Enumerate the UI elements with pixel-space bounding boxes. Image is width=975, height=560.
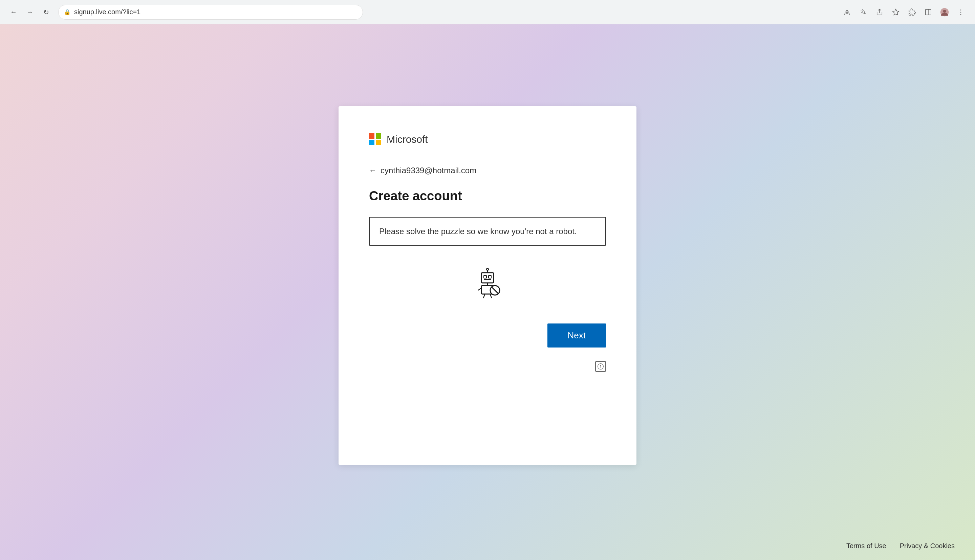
url-text: signup.live.com/?lic=1 — [74, 8, 357, 16]
robot-icon-area — [369, 266, 606, 300]
svg-point-9 — [960, 12, 962, 13]
ms-logo-green — [376, 133, 381, 139]
svg-point-10 — [960, 14, 962, 15]
svg-marker-3 — [893, 9, 899, 15]
svg-rect-11 — [481, 273, 494, 283]
lock-icon: 🔒 — [64, 9, 71, 15]
ms-logo-blue — [369, 140, 374, 145]
svg-point-1 — [847, 12, 847, 12]
signup-card: Microsoft ← cynthia9339@hotmail.com Crea… — [339, 106, 636, 465]
robot-blocked-icon — [471, 266, 504, 300]
back-email-text: cynthia9339@hotmail.com — [381, 166, 476, 175]
address-bar[interactable]: 🔒 signup.live.com/?lic=1 — [58, 5, 363, 20]
browser-chrome: ← → ↻ 🔒 signup.live.com/?lic=1 — [0, 0, 975, 24]
puzzle-description-text: Please solve the puzzle so we know you'r… — [379, 227, 577, 236]
menu-icon[interactable] — [953, 5, 968, 20]
svg-line-21 — [483, 294, 485, 298]
nav-buttons: ← → ↻ — [7, 5, 53, 19]
privacy-link[interactable]: Privacy & Cookies — [900, 542, 955, 550]
split-view-icon[interactable] — [921, 5, 936, 20]
ms-logo-yellow — [376, 140, 381, 145]
svg-point-16 — [486, 268, 489, 270]
page-title: Create account — [369, 189, 606, 203]
back-button[interactable]: ← — [7, 5, 20, 19]
back-link[interactable]: ← cynthia9339@hotmail.com — [369, 166, 606, 175]
extensions-icon[interactable] — [905, 5, 920, 20]
forward-button[interactable]: → — [23, 5, 37, 19]
microsoft-logo: Microsoft — [369, 133, 606, 145]
content-area: Microsoft ← cynthia9339@hotmail.com Crea… — [0, 24, 975, 560]
terms-link[interactable]: Terms of Use — [846, 542, 886, 550]
svg-point-8 — [960, 10, 962, 10]
reload-button[interactable]: ↻ — [39, 5, 53, 19]
svg-point-7 — [943, 10, 946, 13]
bottom-icon-area — [369, 361, 606, 372]
favorites-icon[interactable] — [888, 5, 903, 20]
footer: Terms of Use Privacy & Cookies — [846, 542, 955, 550]
next-button-container: Next — [369, 323, 606, 348]
profile-icon[interactable] — [937, 5, 952, 20]
svg-line-22 — [490, 294, 492, 298]
ms-logo-text: Microsoft — [387, 134, 428, 145]
svg-rect-12 — [484, 275, 486, 278]
translate-icon[interactable] — [856, 5, 871, 20]
info-icon[interactable] — [595, 361, 606, 372]
next-button[interactable]: Next — [548, 323, 606, 348]
puzzle-description-box: Please solve the puzzle so we know you'r… — [369, 217, 606, 246]
browser-actions — [840, 5, 968, 20]
back-arrow-icon: ← — [369, 166, 376, 175]
ms-logo-grid — [369, 133, 381, 145]
share-icon[interactable] — [872, 5, 887, 20]
password-manager-icon[interactable] — [840, 5, 855, 20]
svg-rect-13 — [489, 275, 491, 278]
ms-logo-red — [369, 133, 374, 139]
